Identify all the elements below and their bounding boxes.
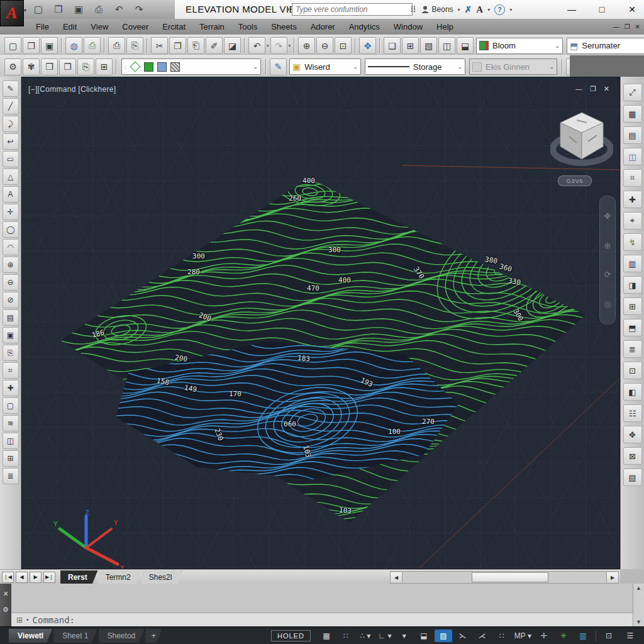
sheet-panel-icon[interactable]: ⬒: [623, 319, 642, 336]
lineweight-icon[interactable]: ∷: [493, 630, 511, 642]
scroll-down-icon[interactable]: ▼: [636, 619, 641, 625]
settings-gear-icon[interactable]: ✳: [555, 630, 572, 642]
pan-button[interactable]: ✥: [359, 37, 376, 54]
ortho-toggle-icon[interactable]: ∟ ▾: [376, 630, 394, 642]
offset-tool-icon[interactable]: ▢: [3, 397, 19, 414]
sheet-set-button[interactable]: ◫: [438, 37, 455, 54]
new-button[interactable]: ▢: [4, 37, 21, 54]
layout-tab[interactable]: Rerst: [60, 570, 98, 584]
undo-icon[interactable]: ↶: [111, 2, 127, 17]
rotate-tool-icon[interactable]: ⊕: [3, 257, 19, 273]
polar-caret-icon[interactable]: ▾: [396, 630, 413, 642]
table-panel-icon[interactable]: ▤: [623, 126, 642, 144]
layout-grid-icon[interactable]: ☷: [623, 404, 642, 422]
redo-icon[interactable]: ↷: [131, 2, 147, 17]
layer-freeze-button[interactable]: ❒: [41, 58, 58, 75]
undo-button[interactable]: ↶: [248, 37, 265, 54]
quick-measure-icon[interactable]: ↯: [623, 233, 642, 251]
menu-item[interactable]: Andytics: [342, 19, 387, 35]
open-button[interactable]: ❒: [23, 37, 40, 54]
zoom-window-button[interactable]: ⊡: [335, 37, 352, 54]
cut-button[interactable]: ✂: [151, 37, 168, 54]
array-tool-icon[interactable]: ⊞: [3, 450, 19, 467]
move-tool-icon[interactable]: ✛: [3, 204, 19, 220]
trim-tool-icon[interactable]: ⊘: [3, 292, 19, 308]
ekis-dropdown[interactable]: Ekis Ginnen ⌄: [469, 58, 557, 75]
line-tool-icon[interactable]: ╱: [3, 98, 19, 114]
command-prompt[interactable]: Command:: [33, 615, 75, 625]
horizontal-scrollbar[interactable]: ◀ ▶: [390, 571, 619, 584]
menu-item[interactable]: Ercitat: [155, 19, 192, 35]
vp-restore-icon[interactable]: ❐: [590, 85, 596, 93]
menu-item[interactable]: Edit: [56, 19, 84, 35]
redo-button[interactable]: ↷: [270, 37, 287, 54]
vp-close-icon[interactable]: ✕: [604, 85, 609, 93]
bloom-dropdown[interactable]: Bloom ⌄: [476, 38, 563, 54]
osnap-tracking-icon[interactable]: ⋌: [474, 630, 491, 642]
layer-match-button[interactable]: ⊞: [96, 58, 113, 75]
user-caret-icon[interactable]: ▾: [458, 7, 460, 13]
copy-button[interactable]: ❐: [169, 37, 186, 54]
menu-item[interactable]: Sheets: [264, 19, 303, 35]
paste-button[interactable]: ⎗: [187, 37, 204, 54]
layer-states-button[interactable]: ✾: [23, 58, 40, 75]
center-mark-icon[interactable]: ⌖: [623, 212, 642, 230]
customize-menu-icon[interactable]: ☰: [621, 630, 639, 642]
close-button[interactable]: ✕: [626, 4, 638, 14]
mdi-close-icon[interactable]: ✕: [635, 23, 640, 30]
nav-zoom-icon[interactable]: ⊕: [604, 241, 611, 250]
redo-caret-icon[interactable]: ▾: [289, 43, 291, 48]
autodesk-a-icon[interactable]: A: [476, 4, 483, 15]
grid-panel-icon[interactable]: ▦: [623, 105, 642, 123]
first-layout-button[interactable]: ❘◀: [2, 572, 14, 583]
search-prefix-icon[interactable]: ▾: [284, 6, 292, 13]
open-file-icon[interactable]: ❒: [50, 2, 67, 17]
viewcube-home-button[interactable]: G3V6: [558, 175, 592, 186]
texture-panel-icon[interactable]: ▧: [623, 469, 642, 486]
menu-item[interactable]: Terrain: [192, 19, 231, 35]
model-tab[interactable]: Viewetl: [9, 629, 52, 643]
layers-panel-icon[interactable]: ◫: [623, 148, 642, 165]
scroll-right-icon[interactable]: ▶: [606, 572, 618, 582]
snap-mode-icon[interactable]: ∴ ▾: [357, 630, 374, 642]
grid-toggle-icon[interactable]: ▦: [318, 630, 335, 642]
storage-dropdown[interactable]: Storage ⌄: [365, 58, 465, 75]
erase-button[interactable]: ◪: [224, 37, 241, 54]
print-color-button[interactable]: ⎙: [84, 37, 101, 54]
command-window-icon[interactable]: ⊞: [16, 616, 23, 625]
logo-caret-icon[interactable]: ▾: [24, 8, 26, 13]
menu-item[interactable]: Tools: [231, 19, 264, 35]
polygon-tool-icon[interactable]: △: [3, 169, 19, 185]
help-icon[interactable]: ?: [494, 4, 505, 15]
menu-item[interactable]: File: [29, 19, 56, 35]
nav-pan-icon[interactable]: ✥: [604, 211, 611, 221]
serumater-dropdown[interactable]: ⬒ Serumater ⌄: [567, 38, 644, 54]
nav-orbit-icon[interactable]: ⟳: [604, 270, 611, 279]
clean-screen-icon[interactable]: ⊡: [600, 630, 618, 642]
zoom-in-button[interactable]: ⊕: [298, 37, 315, 54]
zoom-out-button[interactable]: ⊖: [316, 37, 333, 54]
circle-tool-icon[interactable]: ◯: [3, 221, 19, 238]
half-view-icon[interactable]: ◧: [623, 383, 642, 401]
command-close-icon[interactable]: ✕: [3, 590, 8, 598]
search-input[interactable]: [292, 3, 413, 16]
prev-layout-button[interactable]: ◀: [16, 572, 28, 583]
viewport-panel-icon[interactable]: ⊡: [623, 362, 642, 379]
plot-preview-button[interactable]: ⎘: [126, 37, 143, 54]
scale-tool-icon[interactable]: ⊖: [3, 274, 19, 291]
menu-item[interactable]: Coveer: [115, 19, 155, 35]
measure-icon[interactable]: ⤢: [623, 84, 642, 101]
rectangle-tool-icon[interactable]: ▭: [3, 151, 19, 167]
layout-copy-button[interactable]: ❏: [384, 37, 401, 54]
list-panel-icon[interactable]: ≣: [623, 340, 642, 358]
save-icon[interactable]: ▣: [70, 2, 87, 17]
dimension-tool-icon[interactable]: ✚: [3, 380, 19, 396]
menu-item[interactable]: Help: [430, 19, 460, 35]
layer-dropdown[interactable]: : ⌄: [121, 58, 261, 75]
text-tool-icon[interactable]: A: [3, 186, 19, 203]
crosshair-icon[interactable]: ✛: [535, 630, 553, 642]
minimize-button[interactable]: —: [566, 4, 577, 14]
polyline-tool-icon[interactable]: ↩: [3, 133, 19, 150]
wiserd-dropdown[interactable]: ▣ Wiserd ⌄: [289, 58, 361, 75]
layer-walk-button[interactable]: ⎘: [77, 58, 94, 75]
